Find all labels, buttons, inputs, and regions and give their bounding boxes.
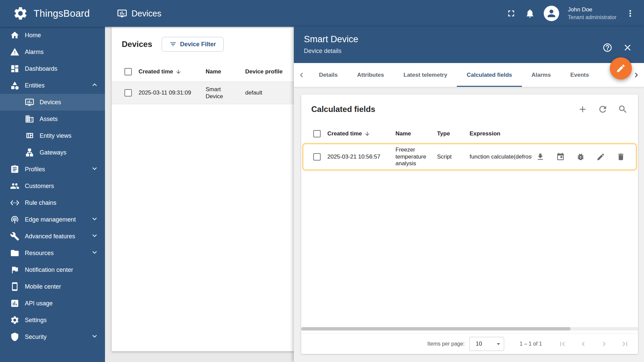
edit-fab[interactable] [610, 57, 632, 79]
sort-desc-icon [175, 69, 181, 75]
folder-icon [10, 248, 19, 258]
items-per-page-label: Items per page: [427, 341, 465, 347]
tab-calculated-fields[interactable]: Calculated fields [457, 63, 522, 87]
thingsboard-logo-icon [13, 6, 28, 21]
device-filter-button[interactable]: Device Filter [162, 37, 224, 52]
sidebar-item-label: Dashboards [25, 65, 57, 72]
paginator: Items per page: 10 1 – 1 of 1 [301, 333, 638, 354]
page-title: Devices [117, 8, 161, 18]
topbar-actions: John Doe Tenant administrator [506, 6, 644, 21]
tab-attributes[interactable]: Attributes [347, 63, 394, 87]
column-name[interactable]: Name [395, 130, 437, 137]
refresh-icon[interactable] [598, 104, 608, 114]
sidebar-item-label: Security [25, 334, 47, 341]
chevron-up-icon [90, 80, 99, 89]
sidebar-item-label: Home [25, 32, 41, 39]
sidebar-item-notification-center[interactable]: Notification center [0, 261, 105, 278]
next-page-icon[interactable] [600, 340, 608, 348]
calculated-fields-title: Calculated fields [311, 105, 375, 114]
dashboard-icon [10, 64, 19, 73]
sidebar-item-label: Assets [40, 116, 58, 123]
download-icon[interactable] [536, 153, 545, 161]
sidebar-item-security[interactable]: Security [0, 328, 105, 345]
user-info[interactable]: John Doe Tenant administrator [568, 6, 616, 21]
close-icon[interactable] [623, 43, 633, 53]
sidebar-item-entities[interactable]: Entities [0, 77, 105, 94]
sidebar-item-label: Entity views [40, 132, 71, 139]
sidebar: HomeAlarmsDashboardsEntitiesDevicesAsset… [0, 27, 105, 362]
sidebar-item-label: Profiles [25, 166, 45, 173]
sort-desc-icon [364, 131, 370, 137]
sidebar-item-gateways[interactable]: Gateways [0, 144, 105, 161]
fullscreen-icon[interactable] [506, 8, 516, 18]
sidebar-item-advanced-features[interactable]: Advanced features [0, 228, 105, 245]
items-per-page-select[interactable]: 10 [469, 337, 504, 351]
event-debug-icon[interactable] [556, 153, 565, 161]
sidebar-item-devices[interactable]: Devices [0, 94, 105, 111]
more-menu-icon[interactable] [625, 8, 635, 18]
search-icon[interactable] [618, 104, 628, 114]
insert-chart-icon [10, 299, 19, 308]
calculated-field-row[interactable]: 2025-03-21 10:56:57Freezer temperature a… [303, 143, 637, 170]
sidebar-item-label: Mobile center [25, 283, 61, 290]
add-icon[interactable] [578, 104, 588, 114]
column-type[interactable]: Type [437, 130, 470, 137]
sidebar-item-label: Devices [40, 99, 61, 106]
select-all-checkbox[interactable] [124, 68, 132, 75]
avatar[interactable] [544, 6, 559, 21]
calculated-fields-table-header: Created time Name Type Expression [301, 124, 638, 143]
horizontal-scrollbar[interactable] [301, 327, 638, 330]
debug-icon[interactable] [576, 153, 585, 161]
tab-latest-telemetry[interactable]: Latest telemetry [394, 63, 457, 87]
sidebar-item-home[interactable]: Home [0, 27, 105, 44]
person-icon [546, 8, 557, 19]
app-logo[interactable]: ThingsBoard [0, 6, 105, 21]
page-title-label: Devices [131, 9, 161, 18]
settings-icon [10, 315, 19, 325]
column-created-time[interactable]: Created time [139, 68, 206, 75]
first-page-icon[interactable] [558, 340, 567, 348]
caret-down-icon [494, 340, 502, 348]
devices-title: Devices [122, 40, 152, 49]
sidebar-item-assets[interactable]: Assets [0, 111, 105, 127]
device-filter-label: Device Filter [180, 41, 216, 48]
column-created-time[interactable]: Created time [327, 130, 395, 137]
sidebar-item-edge-management[interactable]: Edge management [0, 211, 105, 228]
row-checkbox[interactable] [313, 153, 321, 161]
sidebar-item-api-usage[interactable]: API usage [0, 295, 105, 312]
row-checkbox[interactable] [124, 89, 132, 97]
row-actions [532, 153, 636, 161]
help-icon[interactable] [602, 43, 612, 53]
sidebar-item-rule-chains[interactable]: Rule chains [0, 194, 105, 211]
home-icon [10, 31, 19, 40]
notifications-icon[interactable] [525, 8, 535, 18]
filter-icon [169, 41, 177, 48]
calculated-fields-header: Calculated fields [301, 95, 638, 124]
chevron-down-icon [90, 248, 99, 257]
sidebar-item-entity-views[interactable]: Entity views [0, 127, 105, 144]
security-icon [10, 332, 19, 342]
tab-events[interactable]: Events [560, 63, 599, 87]
edit-icon[interactable] [596, 153, 605, 161]
cell-name: Smart Device [206, 86, 245, 100]
sidebar-item-settings[interactable]: Settings [0, 312, 105, 328]
user-name: John Doe [568, 6, 616, 14]
sidebar-item-alarms[interactable]: Alarms [0, 44, 105, 60]
calculated-fields-toolbar [578, 104, 628, 114]
tab-details[interactable]: Details [309, 63, 347, 87]
tab-alarms[interactable]: Alarms [522, 63, 561, 87]
column-name[interactable]: Name [206, 68, 245, 75]
sidebar-item-profiles[interactable]: Profiles [0, 161, 105, 178]
last-page-icon[interactable] [621, 340, 629, 348]
scrollbar-thumb[interactable] [301, 327, 571, 330]
sidebar-item-mobile-center[interactable]: Mobile center [0, 278, 105, 295]
select-all-checkbox[interactable] [313, 130, 321, 137]
tabs-scroll-left-icon[interactable] [294, 63, 309, 87]
sidebar-item-dashboards[interactable]: Dashboards [0, 60, 105, 77]
drawer-header: Smart Device Device details [294, 27, 644, 63]
sidebar-item-resources[interactable]: Resources [0, 245, 105, 261]
sidebar-item-customers[interactable]: Customers [0, 178, 105, 194]
column-expression[interactable]: Expression [470, 130, 638, 137]
delete-icon[interactable] [616, 153, 625, 161]
previous-page-icon[interactable] [579, 340, 588, 348]
